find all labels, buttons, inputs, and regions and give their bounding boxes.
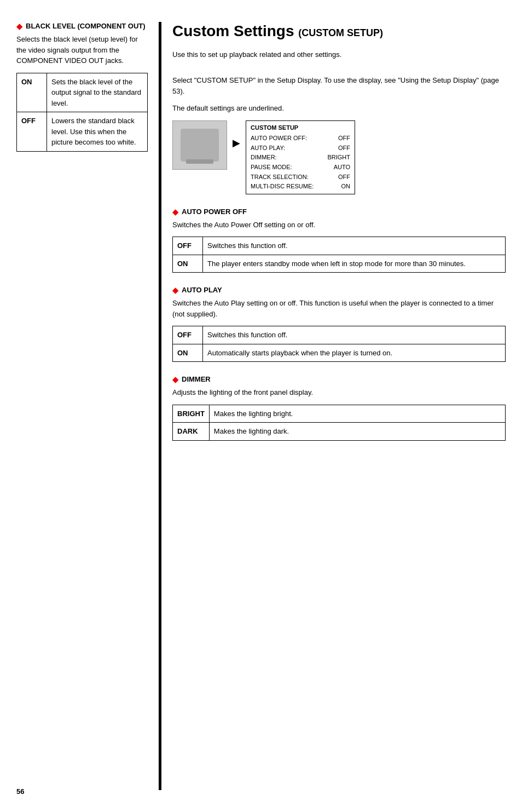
table-row: OFFLowers the standard black level. Use …: [17, 112, 148, 152]
row-label: OFF: [17, 112, 47, 152]
arrow-icon: ▶: [233, 137, 240, 149]
intro3: The default settings are underlined.: [172, 103, 506, 114]
menu-row: MULTI-DISC RESUME:ON: [251, 182, 350, 192]
intro1: Use this to set up playback related and …: [172, 49, 506, 60]
table-row: ONThe player enters standby mode when le…: [173, 255, 506, 273]
auto-play-title-text: AUTO PLAY: [182, 286, 222, 294]
row-desc: Automatically starts playback when the p…: [203, 344, 506, 362]
row-desc: The player enters standby mode when left…: [203, 255, 506, 273]
section-auto-power-off: ◆AUTO POWER OFFSwitches the Auto Power O…: [172, 208, 506, 273]
menu-header: CUSTOM SETUP: [251, 123, 350, 133]
menu-item-label: PAUSE MODE:: [251, 163, 292, 172]
menu-box: CUSTOM SETUP AUTO POWER OFF:OFFAUTO PLAY…: [246, 120, 355, 194]
dimmer-title: ◆DIMMER: [172, 375, 506, 384]
menu-item-label: TRACK SELECTION:: [251, 172, 309, 182]
black-level-table: ONSets the black level of the output sig…: [16, 73, 148, 152]
right-sections: ◆AUTO POWER OFFSwitches the Auto Power O…: [172, 208, 506, 441]
row-label: DARK: [173, 423, 210, 441]
row-desc: Switches this function off.: [203, 237, 506, 255]
diamond-icon: ◆: [16, 22, 22, 31]
menu-row: AUTO PLAY:OFF: [251, 143, 350, 153]
menu-item-value: OFF: [338, 134, 350, 143]
row-label: OFF: [173, 326, 203, 344]
section-dimmer: ◆DIMMERAdjusts the lighting of the front…: [172, 375, 506, 441]
main-title-sub-text: (CUSTOM SETUP): [298, 27, 383, 38]
table-row: DARKMakes the lighting dark.: [173, 423, 506, 441]
dimmer-table: BRIGHTMakes the lighting bright.DARKMake…: [172, 405, 506, 441]
menu-item-value: BRIGHT: [327, 153, 350, 163]
black-level-title-text: BLACK LEVEL (COMPONENT OUT): [26, 22, 146, 30]
auto-power-off-body: Switches the Auto Power Off setting on o…: [172, 220, 506, 231]
auto-power-off-title: ◆AUTO POWER OFF: [172, 208, 506, 216]
row-label: BRIGHT: [173, 405, 210, 423]
table-row: ONSets the black level of the output sig…: [17, 73, 148, 112]
setup-image-area: ▶ CUSTOM SETUP AUTO POWER OFF:OFFAUTO PL…: [172, 120, 506, 194]
menu-item-label: MULTI-DISC RESUME:: [251, 182, 314, 192]
table-row: ONAutomatically starts playback when the…: [173, 344, 506, 362]
row-label: OFF: [173, 237, 203, 255]
section-auto-play: ◆AUTO PLAYSwitches the Auto Play setting…: [172, 286, 506, 362]
table-row: BRIGHTMakes the lighting bright.: [173, 405, 506, 423]
menu-item-label: DIMMER:: [251, 153, 277, 163]
row-label: ON: [17, 73, 47, 112]
menu-item-value: OFF: [338, 143, 350, 153]
black-level-title: ◆ BLACK LEVEL (COMPONENT OUT): [16, 22, 148, 31]
menu-item-label: AUTO PLAY:: [251, 143, 285, 153]
row-desc: Sets the black level of the output signa…: [47, 73, 148, 112]
menu-item-value: ON: [341, 182, 351, 192]
black-level-section: ◆ BLACK LEVEL (COMPONENT OUT) Selects th…: [16, 22, 148, 152]
menu-row: TRACK SELECTION:OFF: [251, 172, 350, 182]
page-number: 56: [16, 787, 24, 796]
page: ◆ BLACK LEVEL (COMPONENT OUT) Selects th…: [0, 0, 522, 812]
row-desc: Makes the lighting bright.: [209, 405, 505, 423]
row-desc: Switches this function off.: [203, 326, 506, 344]
main-title: Custom Settings (CUSTOM SETUP): [172, 22, 506, 41]
table-row: OFFSwitches this function off.: [173, 326, 506, 344]
auto-play-title: ◆AUTO PLAY: [172, 286, 506, 295]
row-desc: Makes the lighting dark.: [209, 423, 505, 441]
device-image: [172, 120, 227, 170]
row-desc: Lowers the standard black level. Use thi…: [47, 112, 148, 152]
black-level-body: Selects the black level (setup level) fo…: [16, 34, 148, 66]
left-column: ◆ BLACK LEVEL (COMPONENT OUT) Selects th…: [16, 22, 159, 790]
menu-row: AUTO POWER OFF:OFF: [251, 134, 350, 143]
auto-play-body: Switches the Auto Play setting on or off…: [172, 298, 506, 319]
diamond-icon: ◆: [172, 286, 178, 295]
menu-rows: AUTO POWER OFF:OFFAUTO PLAY:OFFDIMMER:BR…: [251, 134, 350, 192]
menu-item-label: AUTO POWER OFF:: [251, 134, 307, 143]
diamond-icon: ◆: [172, 208, 178, 216]
menu-item-value: AUTO: [334, 163, 350, 172]
row-label: ON: [173, 344, 203, 362]
diamond-icon: ◆: [172, 375, 178, 384]
auto-power-off-title-text: AUTO POWER OFF: [182, 208, 247, 216]
dimmer-body: Adjusts the lighting of the front panel …: [172, 387, 506, 398]
menu-row: PAUSE MODE:AUTO: [251, 163, 350, 172]
dimmer-title-text: DIMMER: [182, 375, 211, 383]
table-row: OFFSwitches this function off.: [173, 237, 506, 255]
right-column: Custom Settings (CUSTOM SETUP) Use this …: [159, 22, 506, 790]
auto-power-off-table: OFFSwitches this function off.ONThe play…: [172, 237, 506, 273]
menu-item-value: OFF: [338, 172, 350, 182]
intro2: Select "CUSTOM SETUP" in the Setup Displ…: [172, 75, 506, 96]
row-label: ON: [173, 255, 203, 273]
auto-play-table: OFFSwitches this function off.ONAutomati…: [172, 326, 506, 362]
main-title-text: Custom Settings: [172, 22, 294, 39]
menu-row: DIMMER:BRIGHT: [251, 153, 350, 163]
